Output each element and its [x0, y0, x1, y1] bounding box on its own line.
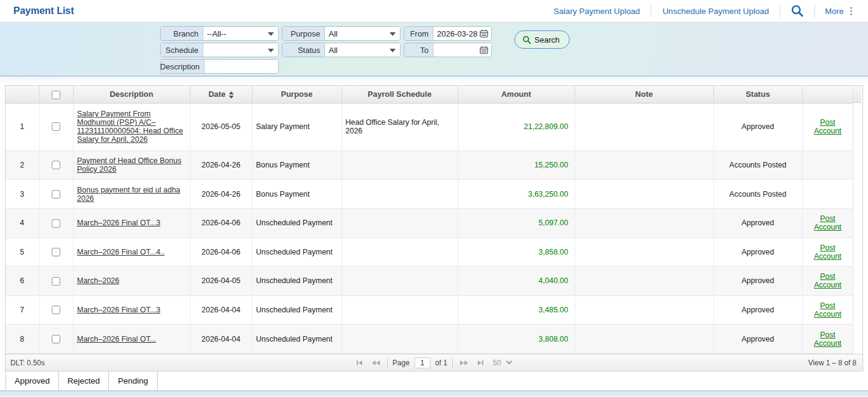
table-row: 8 March–2026 Final OT... 2026-04-04 Unsc…	[5, 325, 853, 354]
description-header[interactable]: Description	[73, 86, 190, 103]
purpose-cell: Unscheduled Payment	[252, 295, 341, 325]
description-link[interactable]: March–2026 Final OT...	[77, 335, 156, 343]
page-number-input[interactable]	[415, 357, 430, 368]
page-size-select[interactable]: 50	[491, 359, 514, 367]
post-account-link[interactable]: Post Account	[807, 331, 850, 348]
schedule-label: Schedule	[161, 43, 203, 57]
to-date-filter: To	[404, 43, 492, 57]
row-checkbox-cell	[39, 267, 73, 296]
status-cell: Approved	[713, 295, 802, 325]
description-link[interactable]: March–2026 Final OT...3	[77, 306, 161, 314]
status-select[interactable]: All	[325, 43, 400, 57]
branch-value: --All--	[207, 29, 226, 38]
schedule-select[interactable]	[203, 43, 278, 57]
description-input[interactable]	[205, 60, 278, 73]
row-checkbox-cell	[39, 208, 73, 237]
search-button[interactable]: Search	[514, 30, 570, 49]
table-row: 5 March–2026 Final OT...4.. 2026-04-06 U…	[5, 237, 853, 267]
kebab-menu-icon: ⋮	[847, 5, 856, 16]
post-account-link[interactable]: Post Account	[807, 118, 850, 135]
salary-payment-upload-link[interactable]: Salary Payment Upload	[543, 7, 651, 16]
description-link[interactable]: Salary Payment From Modhumoti (PSP) A/C–…	[77, 110, 183, 144]
post-account-link[interactable]: Post Account	[807, 272, 850, 289]
row-checkbox[interactable]	[52, 122, 60, 131]
description-filter: Description	[160, 59, 279, 74]
note-cell	[575, 295, 713, 325]
next-page-button[interactable]	[458, 359, 471, 367]
tab-approved[interactable]: Approved	[5, 371, 59, 390]
top-header: Payment List Salary Payment Upload Unsch…	[0, 0, 868, 23]
payroll-schedule-cell	[341, 208, 458, 237]
note-cell	[575, 325, 713, 354]
payroll-schedule-cell	[341, 267, 458, 296]
select-all-checkbox[interactable]	[52, 91, 60, 99]
row-number: 2	[5, 150, 39, 180]
note-header[interactable]: Note	[575, 86, 713, 103]
amount-value: 15,250.00	[534, 161, 569, 169]
description-link[interactable]: Payment of Head Office Bonus Policy 2026	[77, 156, 181, 174]
row-checkbox[interactable]	[52, 335, 60, 343]
date-cell: 2026-04-05	[190, 267, 252, 296]
description-link[interactable]: March–2026 Final OT...4..	[77, 248, 165, 256]
unschedule-payment-upload-link[interactable]: Unschedule Payment Upload	[651, 7, 780, 16]
divider	[452, 357, 453, 368]
first-page-button[interactable]	[354, 359, 365, 367]
status-tabs: Approved Rejected Pending	[0, 371, 868, 391]
branch-select[interactable]: --All--	[203, 27, 278, 40]
prev-page-button[interactable]	[369, 359, 382, 367]
status-cell: Accounts Posted	[713, 150, 802, 180]
last-page-button[interactable]	[475, 359, 486, 367]
from-label: From	[404, 27, 433, 40]
purpose-select[interactable]: All	[325, 27, 400, 40]
purpose-cell: Unscheduled Payment	[252, 237, 341, 267]
amount-value: 3,63,250.00	[528, 190, 568, 198]
row-checkbox-cell	[39, 103, 73, 150]
page-label: Page	[393, 359, 410, 367]
note-cell	[575, 150, 713, 180]
purpose-cell: Unscheduled Payment	[252, 267, 341, 296]
row-number: 5	[5, 237, 39, 267]
pager-bar: DLT: 0.50s Page of 1 50 View 1 – 8 of 8	[5, 354, 863, 371]
payroll-schedule-cell: Head Office Salary for April, 2026	[341, 103, 458, 150]
pagination: Page of 1 50	[5, 357, 863, 368]
to-date-input[interactable]	[433, 43, 491, 57]
row-checkbox-cell	[39, 237, 73, 267]
date-header[interactable]: Date	[190, 86, 252, 103]
post-account-link[interactable]: Post Account	[807, 244, 850, 261]
purpose-filter: Purpose All	[282, 26, 401, 41]
purpose-header[interactable]: Purpose	[252, 86, 341, 103]
status-header[interactable]: Status	[713, 86, 802, 103]
payroll-schedule-cell	[341, 180, 458, 209]
row-checkbox[interactable]	[52, 248, 60, 256]
calendar-icon[interactable]	[480, 46, 488, 56]
vertical-scrollbar[interactable]	[853, 86, 861, 354]
from-date-value: 2026-03-28	[437, 29, 478, 38]
from-date-input[interactable]: 2026-03-28	[433, 27, 491, 40]
row-number: 7	[5, 295, 39, 325]
chevron-down-icon	[506, 359, 513, 365]
row-checkbox[interactable]	[52, 190, 60, 198]
purpose-label: Purpose	[282, 27, 325, 40]
row-checkbox[interactable]	[52, 306, 60, 314]
to-label: To	[404, 43, 433, 57]
table-row: 7 March–2026 Final OT...3 2026-04-04 Uns…	[5, 295, 853, 325]
amount-value: 3,808.00	[539, 335, 569, 343]
row-checkbox[interactable]	[52, 219, 60, 228]
post-account-link[interactable]: Post Account	[807, 301, 850, 318]
more-menu-button[interactable]: More ⋮	[815, 5, 859, 16]
date-cell: 2026-05-05	[190, 103, 252, 150]
amount-header[interactable]: Amount	[458, 86, 575, 103]
tab-pending[interactable]: Pending	[109, 371, 158, 390]
branch-label: Branch	[161, 27, 203, 40]
date-cell: 2026-04-26	[190, 180, 252, 209]
search-icon[interactable]	[780, 4, 814, 18]
tab-rejected[interactable]: Rejected	[59, 371, 109, 390]
description-link[interactable]: March–2026 Final OT...3	[77, 219, 161, 227]
description-link[interactable]: Bonus payment for eid ul adha 2026	[77, 186, 181, 203]
post-account-link[interactable]: Post Account	[807, 214, 850, 231]
description-link[interactable]: March–2026	[77, 276, 120, 285]
row-checkbox[interactable]	[52, 161, 60, 169]
payroll-schedule-header[interactable]: Payroll Schedule	[341, 86, 458, 103]
row-checkbox[interactable]	[52, 277, 60, 286]
calendar-icon[interactable]	[480, 29, 488, 40]
